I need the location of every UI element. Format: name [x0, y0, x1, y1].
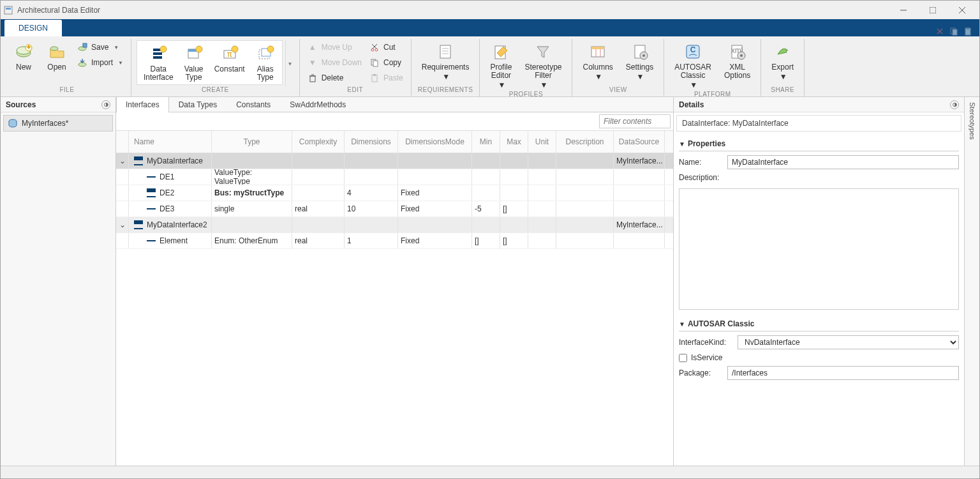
columns-button[interactable]: Columns▼ [577, 40, 618, 82]
delete-button[interactable]: Delete [305, 71, 364, 85]
tab-interfaces[interactable]: Interfaces [116, 96, 169, 112]
requirements-button[interactable]: Requirements▼ [417, 40, 475, 82]
trash-icon [308, 73, 318, 83]
collapse-icon[interactable]: ◑ [950, 100, 959, 109]
svg-rect-9 [967, 27, 969, 29]
svg-rect-19 [153, 52, 162, 55]
col-dimmode[interactable]: DimensionsMode [398, 131, 472, 153]
col-complexity[interactable]: Complexity [292, 131, 345, 153]
table-row[interactable]: ⌄MyDataInterface2MyInterface... [116, 217, 673, 233]
profile-editor-button[interactable]: Profile Editor▼ [485, 40, 517, 91]
col-min[interactable]: Min [472, 131, 500, 153]
autosar-classic-button[interactable]: C AUTOSAR Classic▼ [669, 40, 716, 91]
chevron-down-icon: ▼ [780, 73, 787, 81]
quick-paste-icon[interactable] [963, 26, 973, 36]
gear-icon [630, 42, 650, 62]
stereotypes-tab[interactable]: Stereotypes [964, 97, 979, 466]
svg-rect-20 [153, 56, 162, 59]
close-button[interactable] [947, 1, 977, 19]
profile-editor-icon [491, 42, 511, 62]
col-max[interactable]: Max [500, 131, 528, 153]
collapse-icon[interactable]: ◑ [101, 100, 110, 109]
col-dimensions[interactable]: Dimensions [345, 131, 398, 153]
interfacekind-select[interactable]: NvDataInterface [738, 335, 959, 349]
svg-text:✦: ✦ [26, 43, 32, 52]
name-field[interactable] [727, 155, 959, 169]
table-row[interactable]: DE1ValueType: ValueType [116, 169, 673, 185]
copy-button[interactable]: Copy [367, 56, 406, 70]
chevron-down-icon: ▼ [637, 73, 644, 81]
arrow-down-icon: ▼ [308, 57, 318, 68]
export-button[interactable]: Export▼ [766, 40, 799, 82]
tab-data-types[interactable]: Data Types [169, 96, 226, 112]
table-row[interactable]: ⌄MyDataInterfaceMyInterface... [116, 153, 673, 169]
details-subheader: DataInterface: MyDataInterface [676, 115, 961, 132]
svg-rect-39 [373, 61, 378, 66]
description-field[interactable] [679, 188, 959, 310]
chevron-down-icon: ▼ [540, 81, 548, 89]
caret-down-icon[interactable]: ▼ [679, 321, 685, 328]
tab-swaddrmethods[interactable]: SwAddrMethods [280, 96, 355, 112]
svg-point-14 [50, 47, 58, 50]
details-header: Details [679, 100, 704, 109]
arrow-up-icon: ▲ [308, 42, 318, 52]
package-field[interactable] [727, 366, 959, 380]
quick-cut-icon[interactable] [935, 26, 945, 36]
tab-design[interactable]: DESIGN [4, 20, 62, 36]
details-panel: Details◑ DataInterface: MyDataInterface … [674, 97, 964, 466]
tab-constants[interactable]: Constants [226, 96, 280, 112]
ribbon: ✦ New Open Save▼ Import▼ FILE Data Inter… [1, 36, 979, 97]
import-button[interactable]: Import▼ [75, 56, 126, 70]
svg-rect-16 [83, 43, 87, 47]
table-row[interactable]: ElementEnum: OtherEnumreal1Fixed[][] [116, 233, 673, 249]
expand-icon[interactable]: ⌄ [119, 156, 126, 165]
svg-rect-0 [4, 6, 12, 14]
isservice-checkbox[interactable] [679, 354, 687, 362]
source-item[interactable]: MyInterfaces* [3, 115, 113, 132]
filter-input[interactable] [599, 114, 671, 128]
col-type[interactable]: Type [212, 131, 292, 153]
col-datasource[interactable]: DataSource [614, 131, 665, 153]
paste-icon [369, 73, 380, 83]
stereotype-filter-button[interactable]: Stereotype Filter▼ [519, 40, 567, 91]
requirements-icon [435, 42, 456, 62]
svg-point-30 [267, 46, 274, 52]
table-row[interactable]: DE2Bus: myStructType4Fixed [116, 185, 673, 201]
expand-icon[interactable]: ⌄ [119, 220, 126, 229]
table-row[interactable]: DE3singlereal10Fixed-5[] [116, 201, 673, 217]
xml-options-button[interactable]: xml XML Options [719, 40, 755, 81]
element-icon [147, 205, 157, 213]
save-button[interactable]: Save▼ [75, 40, 126, 54]
quick-copy-icon[interactable] [949, 26, 959, 36]
element-icon [147, 237, 157, 245]
funnel-icon [533, 42, 553, 62]
alias-type-button[interactable]: Alias Type [250, 42, 281, 83]
svg-point-34 [371, 49, 374, 51]
chevron-down-icon: ▼ [442, 73, 450, 81]
new-icon: ✦ [13, 42, 34, 62]
data-interface-button[interactable]: Data Interface [138, 42, 179, 83]
settings-button[interactable]: Settings▼ [621, 40, 658, 82]
caret-down-icon[interactable]: ▼ [679, 141, 685, 148]
cut-button[interactable]: Cut [367, 40, 406, 54]
value-type-button[interactable]: Value Type [179, 42, 209, 83]
open-icon [47, 42, 67, 62]
columns-icon [588, 42, 608, 62]
col-name[interactable]: Name [129, 131, 212, 153]
minimize-button[interactable] [889, 1, 918, 19]
status-bar [1, 466, 979, 478]
import-icon [77, 57, 87, 68]
maximize-button[interactable] [918, 1, 947, 19]
new-button[interactable]: ✦ New [8, 40, 39, 73]
col-description[interactable]: Description [556, 131, 614, 153]
create-gallery-dropdown[interactable]: ▾ [285, 40, 294, 86]
col-unit[interactable]: Unit [528, 131, 556, 153]
svg-text:π: π [227, 50, 232, 59]
bus-icon [147, 189, 157, 197]
chevron-down-icon: ▼ [595, 73, 602, 81]
data-interface-icon [148, 43, 168, 64]
constant-button[interactable]: π Constant [209, 42, 250, 83]
open-button[interactable]: Open [41, 40, 72, 73]
copy-icon [369, 57, 380, 68]
export-icon [773, 42, 793, 62]
